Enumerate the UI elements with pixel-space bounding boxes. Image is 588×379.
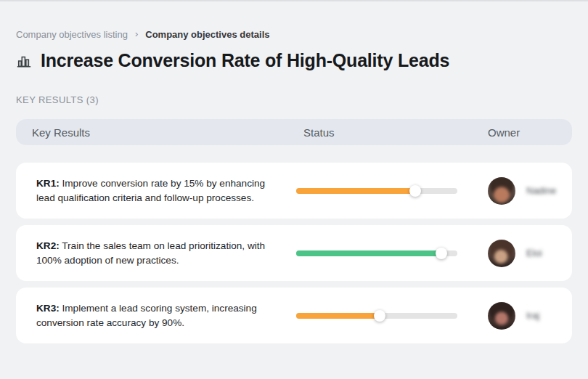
- kr2-progress-slider[interactable]: [296, 248, 457, 259]
- kr1-progress-slider[interactable]: [296, 185, 457, 197]
- progress-thumb[interactable]: [374, 310, 385, 322]
- kr3-description: KR3: Implement a lead scoring system, in…: [36, 301, 296, 330]
- kr3-text: Implement a lead scoring system, increas…: [36, 303, 257, 328]
- objective-details-page: Company objectives listing › Company obj…: [0, 29, 588, 343]
- progress-fill: [296, 250, 441, 256]
- breadcrumb-details-current: Company objectives details: [145, 29, 269, 40]
- key-results-list: KR1: Improve conversion rate by 15% by e…: [16, 163, 572, 343]
- kr3-progress-slider[interactable]: [296, 310, 457, 322]
- owner-avatar: [488, 302, 515, 330]
- kr1-label: KR1:: [36, 178, 60, 189]
- kr1-owner: Nadine: [472, 177, 572, 205]
- page-title: Increase Conversion Rate of High-Quality…: [41, 50, 449, 71]
- kr2-text: Train the sales team on lead prioritizat…: [36, 240, 265, 266]
- column-header-status: Status: [300, 126, 472, 139]
- kr1-text: Improve conversion rate by 15% by enhanc…: [36, 178, 265, 203]
- kr2-owner: Eloi: [472, 240, 572, 267]
- progress-thumb[interactable]: [409, 185, 421, 197]
- key-result-row-kr2[interactable]: KR2: Train the sales team on lead priori…: [16, 225, 572, 281]
- kr1-description: KR1: Improve conversion rate by 15% by e…: [36, 176, 296, 205]
- table-header-row: Key Results Status Owner: [16, 119, 572, 145]
- owner-avatar: [488, 240, 515, 267]
- buildings-chart-icon: [16, 53, 32, 69]
- owner-name: Iraj: [526, 310, 539, 321]
- breadcrumb-listing-link[interactable]: Company objectives listing: [16, 29, 128, 40]
- breadcrumb: Company objectives listing › Company obj…: [16, 29, 572, 40]
- progress-fill: [296, 313, 380, 319]
- progress-fill: [296, 188, 415, 194]
- key-results-section-label: KEY RESULTS (3): [16, 94, 572, 105]
- kr3-owner: Iraj: [472, 302, 572, 330]
- kr2-description: KR2: Train the sales team on lead priori…: [36, 239, 296, 268]
- owner-avatar: [488, 177, 515, 205]
- kr2-label: KR2:: [36, 240, 60, 251]
- title-row: Increase Conversion Rate of High-Quality…: [16, 50, 572, 71]
- progress-thumb[interactable]: [436, 248, 447, 259]
- column-header-owner: Owner: [472, 126, 572, 139]
- owner-name: Eloi: [526, 248, 542, 258]
- column-header-key-results: Key Results: [32, 126, 300, 139]
- key-result-row-kr1[interactable]: KR1: Improve conversion rate by 15% by e…: [16, 163, 572, 219]
- kr3-label: KR3:: [36, 303, 60, 314]
- owner-name: Nadine: [526, 185, 556, 196]
- key-result-row-kr3[interactable]: KR3: Implement a lead scoring system, in…: [16, 288, 572, 343]
- chevron-right-icon: ›: [135, 29, 138, 38]
